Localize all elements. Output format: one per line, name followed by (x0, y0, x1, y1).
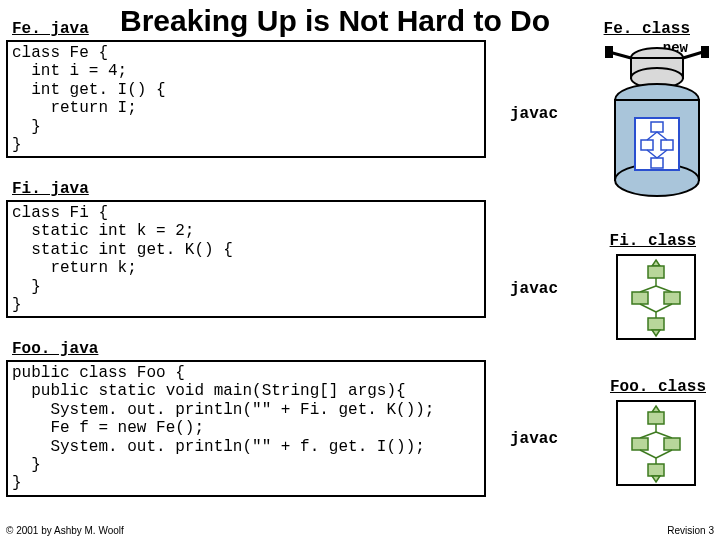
file-label-fi: Fi. java (12, 180, 89, 198)
svg-line-22 (640, 286, 656, 292)
code-box-foo: public class Foo { public static void ma… (6, 360, 486, 497)
svg-line-23 (656, 286, 672, 292)
svg-line-35 (656, 432, 672, 438)
javac-label-foo: javac (510, 430, 558, 448)
svg-marker-31 (652, 406, 660, 412)
svg-rect-5 (605, 46, 613, 58)
svg-line-38 (640, 450, 656, 458)
svg-marker-42 (652, 476, 660, 482)
svg-marker-30 (652, 330, 660, 336)
svg-rect-20 (648, 266, 664, 278)
code-box-fi: class Fi { static int k = 2; static int … (6, 200, 486, 318)
slide-title: Breaking Up is Not Hard to Do (120, 4, 550, 38)
class-label-fe: Fe. class (604, 20, 690, 38)
svg-line-39 (656, 450, 672, 458)
svg-line-27 (656, 304, 672, 312)
svg-rect-24 (632, 292, 648, 304)
class-icon-foo (616, 400, 696, 486)
grinder-icon (605, 40, 710, 215)
file-label-fe: Fe. java (12, 20, 89, 38)
footer-copyright: © 2001 by Ashby M. Woolf (6, 525, 124, 536)
svg-line-4 (683, 52, 703, 58)
file-label-foo: Foo. java (12, 340, 98, 358)
svg-rect-41 (648, 464, 664, 476)
class-icon-fi (616, 254, 696, 340)
svg-rect-36 (632, 438, 648, 450)
footer-revision: Revision 3 (667, 525, 714, 536)
code-box-fe: class Fe { int i = 4; int get. I() { ret… (6, 40, 486, 158)
class-label-foo: Foo. class (610, 378, 706, 396)
svg-rect-6 (701, 46, 709, 58)
svg-marker-19 (652, 260, 660, 266)
class-label-fi: Fi. class (610, 232, 696, 250)
javac-label-fe: javac (510, 105, 558, 123)
svg-rect-25 (664, 292, 680, 304)
javac-label-fi: javac (510, 280, 558, 298)
svg-rect-32 (648, 412, 664, 424)
svg-rect-29 (648, 318, 664, 330)
svg-line-34 (640, 432, 656, 438)
svg-rect-37 (664, 438, 680, 450)
svg-line-26 (640, 304, 656, 312)
